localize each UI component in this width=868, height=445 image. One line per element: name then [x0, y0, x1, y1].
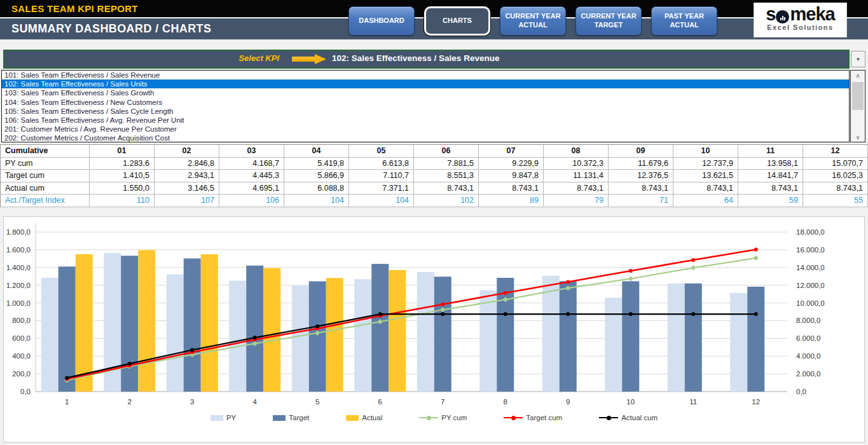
legend-label: Actual — [362, 414, 382, 421]
bar-py-12 — [730, 293, 747, 392]
bar-py-7 — [417, 272, 434, 392]
svg-text:10: 10 — [626, 398, 635, 406]
bar-py-3 — [167, 275, 184, 392]
table-cell: 4.168,7 — [219, 158, 284, 170]
current-year-actual-button[interactable]: CURRENT YEAR ACTUAL — [500, 6, 566, 36]
table-cell: 55 — [803, 195, 868, 207]
table-cell: 11.679,6 — [609, 158, 673, 170]
kpi-list-item[interactable]: 102: Sales Team Effectiveness / Sales Un… — [2, 79, 849, 88]
kpi-chart: 0,00,0200,02.000,0400,04.000,0600,06.000… — [3, 216, 865, 442]
charts-button[interactable]: CHARTS — [424, 6, 490, 36]
kpi-list-item[interactable]: 104: Sales Team Effectiveness / New Cust… — [2, 98, 849, 107]
svg-text:800,0: 800,0 — [12, 317, 31, 324]
report-title: SALES TEAM KPI REPORT — [11, 3, 138, 14]
scrollbar-thumb[interactable] — [852, 82, 864, 110]
legend-item-py-cum: PY cum — [419, 414, 467, 421]
svg-text:16.000,0: 16.000,0 — [796, 246, 825, 254]
arrow-right-icon — [292, 54, 327, 64]
bar-py-9 — [542, 276, 560, 392]
legend-swatch — [346, 415, 359, 421]
svg-text:12: 12 — [752, 398, 760, 406]
bar-target-4 — [246, 266, 263, 392]
svg-text:1.200,0: 1.200,0 — [6, 282, 31, 289]
svg-text:8: 8 — [504, 398, 507, 406]
svg-text:1.600,0: 1.600,0 — [6, 246, 31, 254]
table-cell: 107 — [155, 195, 219, 207]
table-cell: 11 — [738, 145, 803, 158]
bar-target-7 — [434, 277, 451, 392]
svg-text:2.000,0: 2.000,0 — [796, 370, 820, 378]
table-cell: 106 — [219, 195, 284, 207]
svg-text:8.000,0: 8.000,0 — [796, 317, 820, 324]
scroll-down-icon[interactable]: ∨ — [851, 132, 865, 142]
svg-text:600,0: 600,0 — [12, 334, 31, 342]
svg-text:4.000,0: 4.000,0 — [796, 352, 820, 360]
table-cell: 9.229,9 — [479, 158, 544, 170]
bar-actual-2 — [138, 250, 155, 392]
select-kpi-label: Select KPI — [238, 53, 279, 63]
svg-text:3: 3 — [190, 398, 194, 406]
svg-text:18.000,0: 18.000,0 — [796, 228, 825, 236]
svg-text:5: 5 — [315, 398, 319, 406]
table-cell: 8.743,1 — [803, 182, 868, 195]
table-cell: 1.550,0 — [90, 182, 155, 195]
table-cell: 5.419,8 — [284, 158, 349, 170]
legend-swatch — [599, 417, 618, 418]
svg-text:14.000,0: 14.000,0 — [796, 264, 825, 271]
table-cell: 7.371,1 — [349, 182, 414, 195]
table-cell: 08 — [544, 145, 609, 158]
svg-text:7: 7 — [441, 398, 444, 406]
dashboard-button[interactable]: DASHBOARD — [348, 6, 415, 36]
table-cell: 59 — [738, 195, 803, 207]
kpi-list-scrollbar[interactable]: ∧ ∨ — [850, 70, 865, 142]
bar-target-8 — [497, 278, 514, 392]
bar-py-5 — [292, 286, 309, 392]
table-cell: 8.551,3 — [414, 170, 479, 182]
kpi-dropdown-button[interactable]: ▼ — [851, 51, 865, 67]
legend-label: Actual cum — [621, 414, 658, 421]
table-cell: 64 — [673, 195, 738, 207]
table-cell: 8.743,1 — [609, 182, 673, 195]
current-year-target-button[interactable]: CURRENT YEAR TARGET — [575, 6, 642, 36]
legend-item-py: PY — [210, 414, 236, 421]
svg-text:0,0: 0,0 — [796, 388, 806, 395]
legend-swatch — [273, 415, 286, 421]
kpi-list-item[interactable]: 105: Sales Team Effectiveness / Sales Cy… — [2, 107, 849, 116]
table-cell: 03 — [219, 145, 284, 158]
legend-label: PY cum — [441, 414, 467, 421]
bar-target-2 — [121, 256, 138, 392]
bar-actual-6 — [389, 270, 406, 392]
kpi-list-item[interactable]: 106: Sales Team Effectiveness / Avg. Rev… — [2, 116, 849, 125]
table-cell: 05 — [349, 145, 414, 158]
table-cell: 8.743,1 — [414, 182, 479, 195]
kpi-list-item[interactable]: 202: Customer Metrics / Customer Acquisi… — [2, 134, 849, 142]
bar-target-12 — [747, 287, 764, 392]
chart-legend: PYTargetActualPY cumTarget cumActual cum — [4, 414, 864, 421]
logo-wordmark: smeka — [754, 3, 846, 25]
table-cell: 12 — [803, 145, 868, 158]
table-cell: 01 — [90, 145, 155, 158]
table-cell: 04 — [284, 145, 349, 158]
bar-actual-3 — [201, 254, 218, 392]
page-title: SUMMARY DASHBOARD / CHARTS — [11, 22, 211, 36]
kpi-listbox[interactable]: 101: Sales Team Effectiveness / Sales Re… — [1, 70, 850, 142]
table-cell: 14.841,7 — [738, 170, 803, 182]
bar-actual-1 — [76, 254, 93, 392]
logo-subtitle: Excel Solutions — [754, 24, 846, 31]
kpi-list-item[interactable]: 103: Sales Team Effectiveness / Sales Gr… — [2, 88, 849, 97]
kpi-selector: Select KPI 102: Sales Effectiveness / Sa… — [3, 50, 850, 69]
kpi-list-item[interactable]: 101: Sales Team Effectiveness / Sales Re… — [2, 71, 849, 79]
table-cell: 09 — [609, 145, 673, 158]
legend-label: PY — [226, 414, 236, 421]
someka-logo: smeka Excel Solutions — [754, 3, 847, 38]
svg-text:1: 1 — [65, 398, 69, 406]
kpi-list-item[interactable]: 201: Customer Metrics / Avg. Revenue Per… — [2, 125, 849, 134]
past-year-actual-button[interactable]: PAST YEAR ACTUAL — [651, 6, 717, 36]
table-cell: 12.376,5 — [609, 170, 673, 182]
table-cell: 13.958,1 — [738, 158, 803, 170]
legend-label: Target cum — [526, 414, 562, 421]
table-cell: 9.847,8 — [479, 170, 544, 182]
scroll-up-icon[interactable]: ∧ — [851, 71, 865, 80]
table-cell: 89 — [479, 195, 544, 207]
svg-text:2: 2 — [128, 398, 132, 406]
